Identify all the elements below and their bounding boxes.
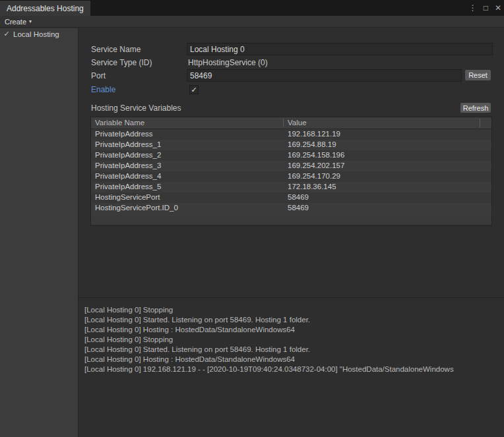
tab-addressables-hosting[interactable]: Addressables Hosting [0, 1, 90, 16]
log-line: [Local Hosting 0] 192.168.121.19 - - [20… [84, 364, 504, 374]
empty-table-row [91, 214, 491, 224]
variable-name-cell: PrivateIpAddress [95, 130, 153, 138]
variable-name-cell: PrivateIpAddress_3 [95, 161, 161, 169]
variables-table-header: Variable Name Value [91, 117, 491, 129]
table-row[interactable]: PrivateIpAddress_5 172.18.36.145 [91, 182, 491, 192]
service-name-value: Local Hosting 0 [190, 45, 245, 54]
table-row[interactable]: PrivateIpAddress_3 169.254.202.157 [91, 161, 491, 171]
service-detail-panel: Service Name Local Hosting 0 Service Typ… [79, 28, 504, 437]
variables-table-body: PrivateIpAddress 192.168.121.19 PrivateI… [91, 129, 491, 224]
table-row[interactable]: PrivateIpAddress_4 169.254.170.29 [91, 171, 491, 182]
close-icon[interactable]: ✕ [495, 4, 501, 12]
log-lines: [Local Hosting 0] Stopping [Local Hostin… [84, 305, 504, 374]
variable-value-cell: 58469 [288, 193, 309, 201]
variables-section-title: Hosting Service Variables [91, 103, 181, 113]
log-line: [Local Hosting 0] Started. Listening on … [84, 345, 504, 355]
variable-value-cell: 172.18.36.145 [288, 183, 336, 190]
maximize-icon[interactable]: □ [484, 4, 488, 12]
service-name-label: Service Name [91, 45, 141, 54]
variable-value-cell: 58469 [288, 204, 309, 212]
service-type-value: HttpHostingService (0) [188, 58, 268, 67]
table-row[interactable]: PrivateIpAddress_1 169.254.88.19 [91, 140, 491, 150]
tab-title: Addressables Hosting [7, 4, 84, 13]
variables-table: Variable Name Value PrivateIpAddress 192… [90, 117, 492, 226]
column-divider[interactable] [283, 119, 284, 127]
port-input[interactable]: 58469 [187, 69, 462, 82]
variable-name-cell: PrivateIpAddress_2 [95, 151, 161, 159]
services-sidebar: ✓ Local Hosting [0, 28, 78, 437]
create-dropdown-button[interactable]: Create ▾ [0, 16, 36, 27]
port-value: 58469 [190, 71, 212, 80]
variable-value-cell: 169.254.88.19 [288, 140, 336, 148]
log-line: [Local Hosting 0] Hosting : HostedData/S… [84, 355, 504, 364]
refresh-button-label: Refresh [463, 104, 489, 112]
table-row[interactable]: PrivateIpAddress 192.168.121.19 [91, 129, 491, 140]
variable-value-cell: 169.254.158.196 [288, 151, 344, 159]
variable-name-cell: PrivateIpAddress_1 [95, 140, 161, 148]
table-row[interactable]: HostingServicePort 58469 [91, 192, 491, 203]
kebab-menu-icon[interactable]: ⋮ [469, 4, 477, 12]
service-name-input[interactable]: Local Hosting 0 [187, 43, 493, 55]
log-line: [Local Hosting 0] Started. Listening on … [84, 315, 504, 325]
checkmark-icon: ✓ [191, 86, 197, 93]
column-header-variable-name: Variable Name [95, 119, 144, 127]
create-label: Create [5, 18, 26, 26]
log-line: [Local Hosting 0] Stopping [84, 305, 504, 315]
sidebar-item-local-hosting[interactable]: ✓ Local Hosting [0, 28, 78, 40]
variable-name-cell: HostingServicePort [95, 193, 160, 201]
reset-button[interactable]: Reset [464, 69, 491, 81]
reset-button-label: Reset [468, 71, 488, 79]
column-header-value: Value [288, 119, 307, 127]
toolbar: Create ▾ [0, 16, 504, 28]
variable-value-cell: 169.254.170.29 [288, 172, 340, 180]
log-panel: [Local Hosting 0] Stopping [Local Hostin… [79, 298, 504, 437]
variable-name-cell: PrivateIpAddress_4 [95, 172, 161, 180]
variable-value-cell: 192.168.121.19 [288, 130, 340, 138]
variable-name-cell: PrivateIpAddress_5 [95, 183, 161, 190]
refresh-button[interactable]: Refresh [460, 102, 491, 113]
service-enabled-check-icon: ✓ [2, 30, 11, 38]
addressables-hosting-window: Addressables Hosting ⋮ □ ✕ Create ▾ ✓ Lo… [0, 0, 504, 437]
column-divider[interactable] [480, 119, 480, 127]
enable-checkbox[interactable]: ✓ [189, 85, 199, 94]
window-controls: ⋮ □ ✕ [469, 0, 501, 16]
title-bar: Addressables Hosting ⋮ □ ✕ [0, 0, 504, 16]
chevron-down-icon: ▾ [29, 18, 32, 24]
service-type-label: Service Type (ID) [91, 58, 152, 67]
table-row[interactable]: HostingServicePort.ID_0 58469 [91, 203, 491, 214]
port-label: Port [91, 71, 106, 80]
table-row[interactable]: PrivateIpAddress_2 169.254.158.196 [91, 150, 491, 161]
enable-label: Enable [91, 85, 115, 94]
log-line: [Local Hosting 0] Stopping [84, 335, 504, 345]
log-line: [Local Hosting 0] Hosting : HostedData/S… [84, 325, 504, 335]
variable-value-cell: 169.254.202.157 [288, 161, 344, 169]
sidebar-item-label: Local Hosting [13, 30, 59, 38]
variable-name-cell: HostingServicePort.ID_0 [95, 204, 178, 212]
